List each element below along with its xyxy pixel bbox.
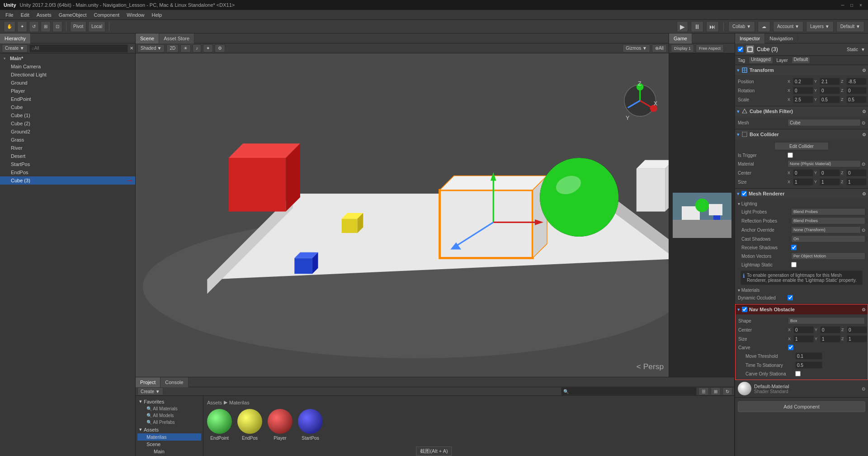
tree-item-desert[interactable]: Desert	[0, 152, 135, 160]
maximize-btn[interactable]: □	[848, 1, 855, 9]
time-stationary-input[interactable]	[795, 361, 822, 369]
2d-btn[interactable]: 2D	[166, 44, 179, 52]
scene-folder[interactable]: Scene	[137, 441, 201, 448]
anchor-target[interactable]: ⊙	[862, 228, 865, 233]
material-player[interactable]: Player	[268, 409, 292, 441]
menu-component[interactable]: Component	[90, 10, 123, 20]
dynamic-occluded-checkbox[interactable]	[788, 295, 793, 300]
material-endpos[interactable]: EndPos	[237, 409, 262, 441]
lightmap-static-checkbox[interactable]	[791, 262, 797, 267]
asset-store-tab[interactable]: Asset Store	[159, 33, 194, 43]
mesh-filter-header[interactable]: ▾ Cube (Mesh Filter) ⚙	[735, 106, 868, 116]
nav-sy[interactable]	[820, 335, 840, 342]
materilas-folder[interactable]: Materilas	[137, 433, 201, 441]
menu-help[interactable]: Help	[148, 10, 165, 20]
breadcrumb-assets[interactable]: Assets	[207, 400, 222, 405]
project-search[interactable]	[561, 387, 697, 395]
menu-edit[interactable]: Edit	[17, 10, 33, 20]
display-dropdown[interactable]: Display 1	[671, 44, 694, 52]
carve-checkbox[interactable]	[788, 345, 793, 350]
account-dropdown[interactable]: Account ▼	[773, 21, 803, 32]
menu-assets[interactable]: Assets	[33, 10, 55, 20]
proj-settings-btn[interactable]: ☰	[698, 387, 709, 395]
tool-move[interactable]: ✦	[17, 21, 27, 32]
nav-mesh-header[interactable]: ▾ Nav Mesh Obstacle ⚙	[736, 304, 868, 314]
mesh-target[interactable]: ⊙	[862, 120, 865, 125]
receive-shadows-checkbox[interactable]	[791, 245, 797, 250]
materials-foldout[interactable]: ▾ Materials	[738, 287, 865, 294]
add-component-btn[interactable]: Add Component	[738, 401, 865, 412]
all-prefabs-item[interactable]: 🔍 All Prefabs	[137, 419, 201, 426]
nav-sx[interactable]	[793, 335, 814, 342]
mesh-renderer-menu[interactable]: ⚙	[862, 191, 866, 196]
tree-item-cube3[interactable]: Cube (3) →	[0, 176, 135, 185]
local-btn[interactable]: Local	[88, 21, 105, 32]
tree-item-grass[interactable]: Grass	[0, 136, 135, 144]
col-sy[interactable]	[820, 178, 840, 185]
layers-dropdown[interactable]: Layers ▼	[806, 21, 834, 32]
pos-x[interactable]	[793, 78, 813, 85]
light-btn[interactable]: ☀	[180, 44, 191, 52]
effects-btn[interactable]: ✦	[203, 44, 213, 52]
col-cy[interactable]	[820, 169, 840, 176]
mesh-value[interactable]: Cube	[788, 119, 861, 126]
tree-item-main[interactable]: ▾ Main*	[0, 54, 135, 62]
col-cx[interactable]	[793, 169, 813, 176]
scale-z[interactable]	[846, 96, 867, 103]
pivot-btn[interactable]: Pivot	[70, 21, 86, 32]
tag-dropdown[interactable]: Untagged	[749, 57, 773, 64]
hierarchy-search[interactable]	[29, 44, 128, 52]
col-cz[interactable]	[846, 169, 867, 176]
play-btn[interactable]: ▶	[677, 21, 688, 32]
default-dropdown[interactable]: Default ▼	[836, 21, 864, 32]
assets-folder[interactable]: ▾Assets	[137, 426, 201, 433]
nav-mesh-menu[interactable]: ⚙	[862, 307, 866, 312]
tree-item-cube2[interactable]: Cube (2)	[0, 119, 135, 128]
reflection-probes-value[interactable]: Blend Probes	[791, 217, 865, 224]
favorites-folder[interactable]: ▾Favorites	[137, 398, 201, 405]
scene-canvas[interactable]: < Persp Y Z X	[136, 53, 669, 377]
collab-dropdown[interactable]: Collab ▼	[728, 21, 755, 32]
pos-z[interactable]	[846, 78, 867, 85]
navigation-tab[interactable]: Navigation	[765, 33, 798, 43]
all-models-item[interactable]: 🔍 All Models	[137, 412, 201, 419]
material-target[interactable]: ⊙	[862, 386, 865, 391]
anchor-override-value[interactable]: None (Transform)	[791, 226, 861, 233]
console-tab[interactable]: Console	[160, 377, 188, 387]
tree-item-ground2[interactable]: Ground2	[0, 128, 135, 136]
tree-item-player[interactable]: Player	[0, 87, 135, 95]
collider-material[interactable]: None (Physic Material)	[788, 160, 861, 167]
scale-y[interactable]	[820, 96, 840, 103]
mesh-renderer-header[interactable]: ▾ Mesh Renderer ⚙	[735, 189, 868, 199]
game-tab[interactable]: Game	[669, 33, 692, 43]
tree-item-main-camera[interactable]: Main Camera	[0, 62, 135, 71]
motion-vectors-value[interactable]: Per Object Motion	[791, 252, 865, 260]
proj-layout-btn[interactable]: ⊞	[711, 387, 721, 395]
close-btn[interactable]: ×	[857, 1, 864, 9]
scene-settings[interactable]: ⚙	[215, 44, 225, 52]
proj-refresh-btn[interactable]: ↻	[722, 387, 732, 395]
project-create-btn[interactable]: Create ▼	[137, 387, 163, 395]
pause-btn[interactable]: ⏸	[691, 21, 703, 32]
cast-shadows-value[interactable]: On	[791, 235, 865, 242]
tool-hand[interactable]: ✋	[4, 21, 15, 32]
rot-z[interactable]	[846, 87, 867, 94]
hierarchy-close-btn[interactable]: ✕	[130, 46, 133, 51]
light-probes-value[interactable]: Blend Probes	[791, 208, 865, 215]
lighting-foldout[interactable]: ▾ Lighting	[738, 200, 865, 207]
tree-item-ground[interactable]: Ground	[0, 79, 135, 87]
tool-rotate[interactable]: ↺	[29, 21, 39, 32]
col-sx[interactable]	[793, 178, 813, 185]
hierarchy-create-btn[interactable]: Create ▼	[2, 44, 28, 52]
carve-only-checkbox[interactable]	[795, 371, 801, 376]
inspector-tab[interactable]: Inspector	[735, 33, 765, 43]
box-collider-menu[interactable]: ⚙	[862, 132, 866, 137]
main-scene-item[interactable]: Main	[137, 448, 201, 455]
nav-sz[interactable]	[847, 335, 867, 342]
project-tab[interactable]: Project	[136, 377, 160, 387]
is-trigger-checkbox[interactable]	[788, 152, 793, 158]
tree-item-cube1[interactable]: Cube (1)	[0, 111, 135, 119]
menu-file[interactable]: File	[2, 10, 17, 20]
rot-y[interactable]	[820, 87, 840, 94]
step-btn[interactable]: ⏭	[706, 21, 719, 32]
